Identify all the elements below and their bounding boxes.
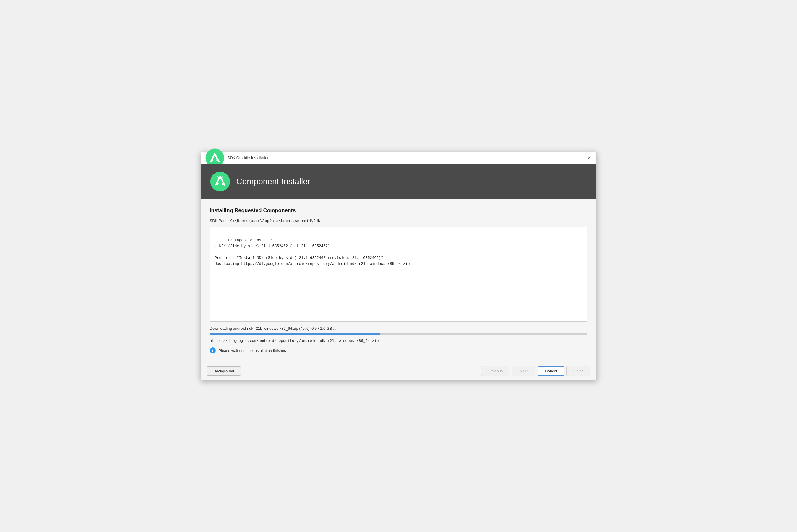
previous-button[interactable]: Previous [481,366,510,376]
title-bar: SDK Quickfix Installation ✕ [201,152,596,164]
next-button[interactable]: Next [512,366,536,376]
info-message: Please wait until the installation finis… [219,348,286,353]
android-logo-icon [210,171,231,192]
svg-point-5 [222,183,224,185]
sdk-path-row: SDK Path: C:\Users\user\AppData\Local\An… [210,218,587,223]
footer: Background Previous Next Cancel Finish [201,362,596,380]
progress-bar-fill [210,333,380,335]
progress-bar-container [210,333,587,335]
sdk-path-label: SDK Path: [210,218,228,223]
window-title: SDK Quickfix Installation [228,156,270,160]
svg-point-4 [216,183,218,185]
section-title: Installing Requested Components [210,208,587,214]
finish-button[interactable]: Finish [566,366,591,376]
footer-right: Previous Next Cancel Finish [481,366,591,376]
download-status: Downloading android-ndk-r21b-windows-x86… [210,326,587,331]
info-row: i Please wait until the installation fin… [210,347,587,354]
svg-point-2 [216,159,218,161]
cancel-button[interactable]: Cancel [538,366,564,376]
content-area: Installing Requested Components SDK Path… [201,199,596,362]
sdk-path-value: C:\Users\user\AppData\Local\Android\Sdk [230,218,320,223]
header-banner: Component Installer [201,164,596,199]
svg-point-1 [211,159,213,161]
footer-left: Background [207,366,241,376]
close-button[interactable]: ✕ [585,154,593,161]
download-url: https://dl.google.com/android/repository… [210,338,587,343]
svg-point-3 [210,172,230,192]
main-window: SDK Quickfix Installation ✕ Component In… [201,152,597,380]
background-button[interactable]: Background [207,366,241,376]
header-title: Component Installer [236,177,311,186]
info-icon: i [210,347,216,354]
log-output: Packages to install: - NDK (Side by side… [210,227,587,322]
